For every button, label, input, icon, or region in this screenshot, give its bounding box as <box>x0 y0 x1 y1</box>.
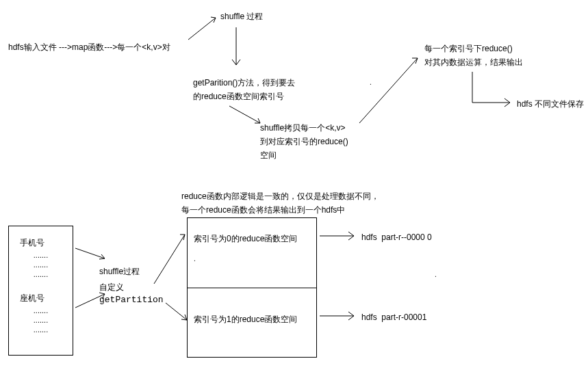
phone-label: 手机号 <box>17 236 73 250</box>
dots-6: ....... <box>9 325 73 334</box>
arrow-shuffle-to-partition <box>229 24 243 72</box>
dots-5: ....... <box>9 315 73 325</box>
svg-line-6 <box>75 248 105 258</box>
dots-3: ....... <box>9 269 73 279</box>
copy-label-3: 空间 <box>260 149 277 161</box>
getpartition-label: getPartition <box>99 294 164 306</box>
copy-label-2: 到对应索引号的reduce() <box>260 135 348 148</box>
source-box: 手机号 ....... ....... ....... 座机号 ....... … <box>8 226 73 356</box>
svg-line-9 <box>154 235 185 284</box>
partition-label-1: getParition()方法，得到要去 <box>193 77 295 89</box>
hdfs-out1-label: hdfs part-r-00001 <box>361 311 426 323</box>
shuffle-custom-l1: shuffle过程 <box>99 265 140 278</box>
arrow-to-reduce1 <box>164 299 192 327</box>
reduce-label-1: 每一个索引号下reduce() <box>424 42 513 55</box>
stray-dot-1: . <box>370 77 372 89</box>
arrow-input-to-shuffle <box>185 12 222 43</box>
reduce-box-divider <box>187 287 317 289</box>
arrow-reduce0-to-hdfs <box>318 231 359 241</box>
desc-line-2: 每一个reduce函数会将结果输出到一个hdfs中 <box>181 204 345 216</box>
landline-label: 座机号 <box>17 291 73 306</box>
hdfs-input-label: hdfs输入文件 --->map函数--->每一个<k,v>对 <box>8 41 170 53</box>
dots-4: ....... <box>9 306 73 315</box>
shuffle-custom-l2: 自定义 <box>99 281 124 293</box>
arrow-phone-to-shuffle <box>74 245 108 262</box>
stray-dot-2: . <box>435 269 437 281</box>
arrow-copy-to-reduce <box>356 51 424 126</box>
copy-label-1: shuffle拷贝每一个<k,v> <box>260 122 346 134</box>
hdfs-output-label: hdfs 不同文件保存 <box>517 98 584 110</box>
reduce-label-2: 对其内数据运算，结果输出 <box>424 56 523 68</box>
reduce1-label: 索引号为1的reduce函数空间 <box>194 313 297 325</box>
hdfs-out0-label: hdfs part-r--0000 0 <box>361 231 432 243</box>
reduce0-label: 索引号为0的reduce函数空间 <box>194 232 297 245</box>
svg-line-3 <box>359 58 418 123</box>
reduce0-dot: . <box>194 253 196 265</box>
dots-2: ....... <box>9 260 73 269</box>
arrow-reduce-to-hdfs <box>465 68 517 109</box>
arrow-to-reduce0 <box>151 229 192 287</box>
desc-line-1: reduce函数内部逻辑是一致的，仅仅是处理数据不同， <box>181 190 379 202</box>
dots-1: ....... <box>9 250 73 260</box>
arrow-reduce1-to-hdfs <box>318 311 359 321</box>
partition-label-2: 的reduce函数空间索引号 <box>193 90 284 103</box>
svg-line-0 <box>188 18 216 40</box>
shuffle-process-label: shuffle 过程 <box>220 10 263 23</box>
svg-line-10 <box>166 303 187 320</box>
svg-line-2 <box>229 106 260 123</box>
